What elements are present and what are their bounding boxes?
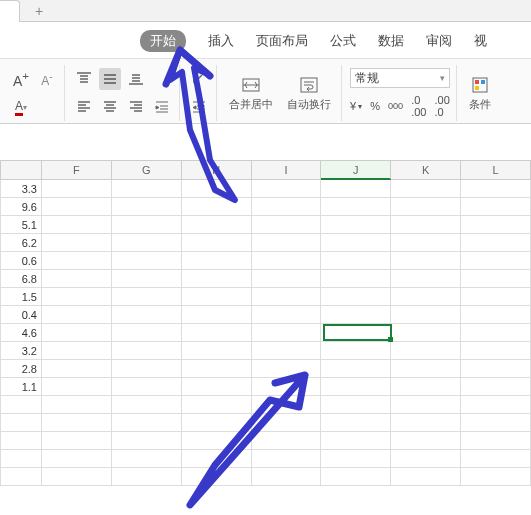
cell[interactable] <box>252 306 322 324</box>
indent-decrease-icon[interactable] <box>188 96 210 118</box>
table-row[interactable] <box>0 396 531 414</box>
cell[interactable] <box>391 198 461 216</box>
cell[interactable] <box>112 396 182 414</box>
cell[interactable] <box>112 252 182 270</box>
cell[interactable] <box>321 432 391 450</box>
column-header[interactable]: J <box>321 160 391 180</box>
cell[interactable] <box>182 360 252 378</box>
cell[interactable] <box>461 342 531 360</box>
cell[interactable] <box>112 180 182 198</box>
cell[interactable] <box>252 414 322 432</box>
conditional-format-button[interactable]: 条件 <box>465 75 495 112</box>
font-color-button[interactable]: A▾ <box>10 96 32 118</box>
wrap-text-button[interactable]: 自动换行 <box>283 75 335 112</box>
currency-button[interactable]: ¥ ▾ <box>350 100 362 112</box>
new-tab-button[interactable]: + <box>30 2 48 20</box>
cell[interactable]: 0.4 <box>0 306 42 324</box>
increase-decimal-button[interactable]: .0.00 <box>411 94 426 118</box>
cell[interactable] <box>112 324 182 342</box>
cell[interactable] <box>112 432 182 450</box>
align-top-icon[interactable] <box>73 68 95 90</box>
table-row[interactable]: 4.6 <box>0 324 531 342</box>
cell[interactable] <box>112 342 182 360</box>
cell[interactable] <box>461 468 531 486</box>
align-bottom-icon[interactable] <box>125 68 147 90</box>
cell[interactable] <box>321 198 391 216</box>
cell[interactable] <box>461 414 531 432</box>
cell[interactable] <box>182 396 252 414</box>
cell[interactable] <box>42 360 112 378</box>
cell[interactable] <box>252 378 322 396</box>
cell[interactable] <box>252 432 322 450</box>
decrease-font-button[interactable]: A- <box>36 68 58 90</box>
cell[interactable] <box>391 414 461 432</box>
cell[interactable] <box>42 198 112 216</box>
cell[interactable] <box>321 306 391 324</box>
percent-button[interactable]: % <box>370 100 380 112</box>
column-header[interactable] <box>0 160 42 180</box>
cell[interactable]: 1.1 <box>0 378 42 396</box>
cell[interactable] <box>391 432 461 450</box>
cell[interactable] <box>391 378 461 396</box>
cell[interactable] <box>461 432 531 450</box>
cell[interactable] <box>391 342 461 360</box>
table-row[interactable]: 6.8 <box>0 270 531 288</box>
cell[interactable] <box>0 396 42 414</box>
increase-font-button[interactable]: A+ <box>10 68 32 90</box>
cell[interactable]: 6.2 <box>0 234 42 252</box>
cell[interactable] <box>0 414 42 432</box>
cell[interactable] <box>182 450 252 468</box>
cell[interactable] <box>461 450 531 468</box>
cell[interactable] <box>0 432 42 450</box>
orientation-icon[interactable] <box>188 68 210 90</box>
cell[interactable] <box>461 216 531 234</box>
cell[interactable] <box>42 378 112 396</box>
cell[interactable] <box>42 252 112 270</box>
table-row[interactable]: 2.8 <box>0 360 531 378</box>
cell[interactable] <box>461 396 531 414</box>
cell[interactable] <box>112 198 182 216</box>
cell[interactable] <box>182 414 252 432</box>
cell[interactable] <box>252 324 322 342</box>
cell[interactable] <box>112 450 182 468</box>
cell[interactable] <box>391 450 461 468</box>
cell[interactable] <box>321 468 391 486</box>
cell[interactable] <box>42 270 112 288</box>
tab-insert[interactable]: 插入 <box>208 32 234 50</box>
cell[interactable] <box>252 468 322 486</box>
tab-formulas[interactable]: 公式 <box>330 32 356 50</box>
cell[interactable] <box>391 360 461 378</box>
cell[interactable] <box>252 450 322 468</box>
cell[interactable] <box>182 468 252 486</box>
tab-page-layout[interactable]: 页面布局 <box>256 32 308 50</box>
cell[interactable] <box>182 270 252 288</box>
cell[interactable] <box>42 180 112 198</box>
tab-review[interactable]: 审阅 <box>426 32 452 50</box>
decrease-decimal-button[interactable]: .00.0 <box>434 94 449 118</box>
cell[interactable] <box>182 252 252 270</box>
cell[interactable] <box>0 468 42 486</box>
column-header[interactable]: K <box>391 160 461 180</box>
cell[interactable] <box>391 234 461 252</box>
cell[interactable] <box>42 234 112 252</box>
tab-view[interactable]: 视 <box>474 32 487 50</box>
table-row[interactable]: 3.3 <box>0 180 531 198</box>
cell[interactable] <box>252 234 322 252</box>
cell[interactable] <box>252 270 322 288</box>
align-center-icon[interactable] <box>99 96 121 118</box>
column-header[interactable]: G <box>112 160 182 180</box>
cell[interactable] <box>391 468 461 486</box>
align-left-icon[interactable] <box>73 96 95 118</box>
cell[interactable] <box>182 378 252 396</box>
table-row[interactable] <box>0 450 531 468</box>
cell[interactable]: 0.6 <box>0 252 42 270</box>
table-row[interactable]: 6.2 <box>0 234 531 252</box>
cell[interactable] <box>461 252 531 270</box>
cell[interactable] <box>112 234 182 252</box>
cell[interactable] <box>182 216 252 234</box>
table-row[interactable]: 0.4 <box>0 306 531 324</box>
table-row[interactable] <box>0 468 531 486</box>
cell[interactable] <box>42 288 112 306</box>
number-format-select[interactable]: 常规 ▾ <box>350 68 450 88</box>
cell[interactable] <box>252 396 322 414</box>
